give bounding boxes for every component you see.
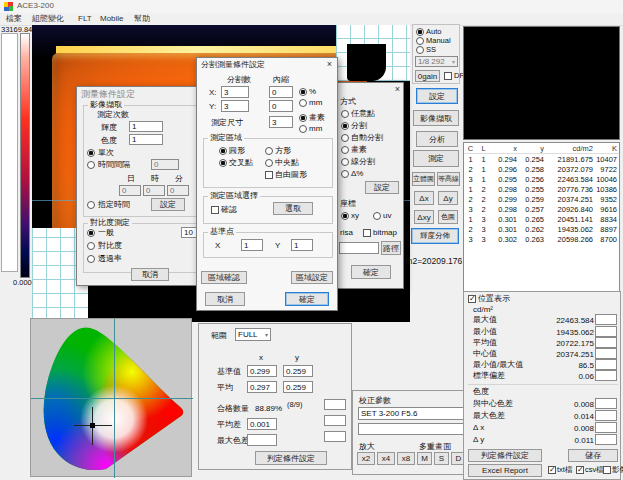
cancel-button[interactable]: 取消 — [131, 268, 169, 281]
path-field[interactable] — [339, 242, 379, 254]
radio-split[interactable] — [341, 122, 349, 130]
multi-m-button[interactable]: M — [417, 452, 432, 465]
chroma-count-field[interactable]: 1 — [129, 134, 163, 145]
radio-contrast[interactable] — [87, 242, 95, 250]
x-div-field[interactable]: 3 — [221, 86, 249, 98]
radio-mm-unit[interactable] — [299, 125, 307, 133]
radio-circle[interactable] — [219, 147, 227, 155]
method-dialog[interactable]: × 方式 任意點 分割 自動分割 畫素 線分割 Δ% 設定 座標 xy uv r… — [334, 82, 404, 289]
radio-center-point[interactable] — [265, 159, 273, 167]
split-cancel-button[interactable]: 取消 — [205, 292, 245, 306]
radio-ss[interactable] — [416, 46, 424, 54]
luminance-dist-button[interactable]: 輝度分佈 — [411, 228, 459, 244]
table-row[interactable]: 120.2980.25520776.73610386 — [464, 184, 619, 194]
radio-uv[interactable] — [373, 212, 381, 220]
csv-file-checkbox[interactable] — [576, 466, 584, 474]
excel-report-button[interactable]: Excel Report — [468, 464, 542, 477]
table-row[interactable]: 330.3020.26320598.2668700 — [464, 234, 619, 244]
shutter-dropdown[interactable]: 1/8 292▾ — [415, 56, 458, 67]
radio-auto[interactable] — [416, 28, 424, 36]
radio-auto-split[interactable] — [341, 134, 349, 142]
save-button[interactable]: 儲存 — [568, 449, 618, 462]
judge-condition-button[interactable]: 判定條件設定 — [255, 451, 327, 465]
radio-manual[interactable] — [416, 37, 424, 45]
y-inset-field[interactable]: 0 — [269, 100, 293, 112]
delta-y-button[interactable]: Δy — [438, 191, 458, 205]
zoom-x2-button[interactable]: x2 — [357, 452, 375, 465]
radio-transmit[interactable] — [87, 255, 95, 263]
menu-file[interactable]: 檔案 — [6, 15, 22, 23]
radio-single[interactable] — [87, 149, 95, 157]
path-button[interactable]: 路徑 — [381, 241, 401, 255]
radio-interval[interactable] — [87, 161, 95, 169]
menu-config[interactable]: 組態變化 — [32, 15, 64, 23]
stats-judge-button[interactable]: 判定條件設定 — [468, 449, 542, 462]
zoom-x8-button[interactable]: x8 — [397, 452, 415, 465]
cie-diagram-panel[interactable] — [30, 318, 192, 477]
lum-count-field[interactable]: 1 — [129, 121, 163, 132]
y-div-field[interactable]: 3 — [221, 100, 249, 112]
calibration-set-field[interactable]: SET 3-200 F5.6 — [358, 407, 464, 420]
table-row[interactable]: 310.2950.25622463.58410046 — [464, 174, 619, 184]
delta-x-button[interactable]: Δx — [414, 191, 434, 205]
radio-delta-pct[interactable] — [341, 170, 349, 178]
gain-button[interactable]: 0gain — [415, 70, 440, 82]
base-y-field[interactable]: 1 — [291, 239, 313, 251]
radio-percent[interactable] — [299, 88, 307, 96]
zoom-x4-button[interactable]: x4 — [377, 452, 395, 465]
measure-button[interactable]: 測定 — [413, 150, 459, 167]
radio-normal[interactable] — [87, 229, 95, 237]
table-row[interactable]: 230.3010.26219435.0628897 — [464, 224, 619, 234]
area-set-button[interactable]: 區域設定 — [291, 271, 333, 284]
position-display-checkbox[interactable] — [468, 295, 476, 303]
delta-xy-button[interactable]: Δxy — [414, 210, 434, 224]
radio-pixel-unit[interactable] — [299, 114, 307, 122]
radio-square[interactable] — [265, 147, 273, 155]
table-row[interactable]: 320.2980.25720926.8409616 — [464, 204, 619, 214]
measurement-table[interactable]: C L x y cd/m2 K 110.2940.25421891.675104… — [463, 142, 620, 296]
pick-button[interactable]: 選取 — [273, 202, 313, 215]
solid-view-button[interactable]: 立體圖 — [412, 172, 435, 186]
table-row[interactable]: 220.2990.25920374.2519352 — [464, 194, 619, 204]
radio-cross-point[interactable] — [219, 159, 227, 167]
colorbar-gradient[interactable] — [20, 33, 30, 278]
free-shape-checkbox[interactable] — [265, 171, 273, 179]
capture-button[interactable]: 影像擷取 — [413, 110, 459, 126]
close-icon[interactable]: × — [395, 85, 400, 94]
spec-time-set-button[interactable]: 設定 — [151, 198, 185, 211]
menu-flt[interactable]: FLT — [78, 15, 92, 23]
table-row[interactable]: 130.3010.26520451.1418834 — [464, 214, 619, 224]
analyze-button[interactable]: 分析 — [416, 131, 458, 147]
image-file-checkbox[interactable] — [603, 466, 611, 474]
menu-help[interactable]: 幫助 — [134, 15, 150, 23]
confirm-checkbox[interactable] — [211, 206, 219, 214]
ref-x-field[interactable]: 0.299 — [247, 365, 277, 377]
table-row[interactable]: 110.2940.25421891.67510407 — [464, 154, 619, 164]
size-field[interactable]: 3 — [269, 116, 293, 128]
x-inset-field[interactable]: 0 — [269, 86, 293, 98]
bitmap-checkbox[interactable] — [363, 229, 371, 237]
range-dropdown[interactable]: FULL▾ — [235, 328, 271, 341]
method-ok-button[interactable]: 確定 — [351, 265, 391, 279]
colormap-button[interactable]: 色圖 — [438, 210, 458, 224]
area-confirm-button[interactable]: 區域確認 — [201, 271, 247, 284]
radio-any-point[interactable] — [341, 110, 349, 118]
split-ok-button[interactable]: 確定 — [285, 292, 329, 306]
calibration-extra-field[interactable] — [358, 423, 464, 435]
close-icon[interactable]: × — [327, 60, 332, 69]
menu-mobile[interactable]: Mobile — [100, 15, 124, 23]
method-set-button[interactable]: 設定 — [365, 181, 399, 194]
radio-pixel[interactable] — [341, 146, 349, 154]
contour-button[interactable]: 等高線 — [437, 172, 460, 186]
camera-preview[interactable] — [463, 26, 620, 140]
multi-s-button[interactable]: S — [434, 452, 449, 465]
radio-spec-time[interactable] — [87, 201, 95, 209]
table-row[interactable]: 210.2960.25820372.0799722 — [464, 164, 619, 174]
base-x-field[interactable]: 1 — [241, 239, 263, 251]
ref-y-field[interactable]: 0.259 — [283, 365, 313, 377]
radio-line-split[interactable] — [341, 158, 349, 166]
settings-button[interactable]: 設定 — [416, 88, 458, 104]
txt-file-checkbox[interactable] — [548, 466, 556, 474]
radio-mm[interactable] — [299, 99, 307, 107]
radio-xy[interactable] — [341, 212, 349, 220]
